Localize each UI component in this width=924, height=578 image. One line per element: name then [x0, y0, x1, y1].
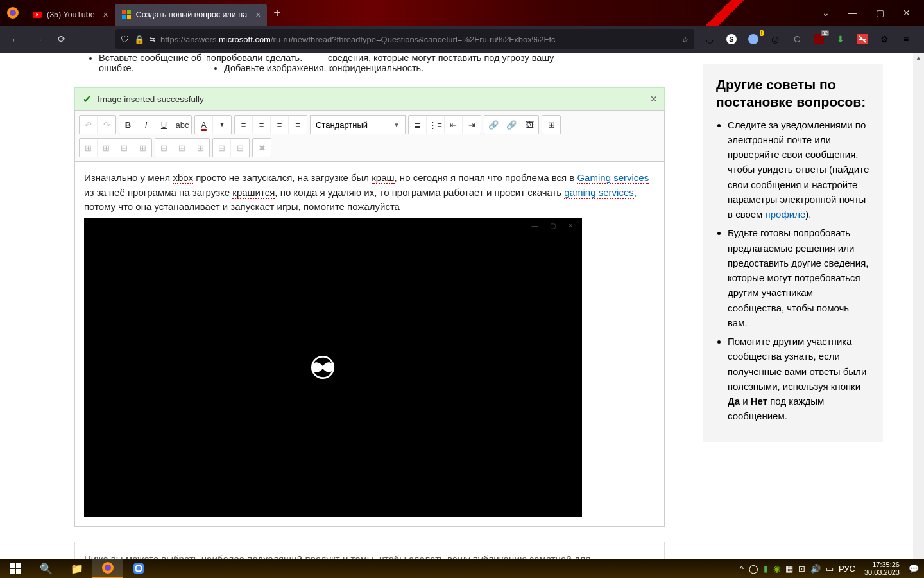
svg-text:S: S [729, 35, 733, 43]
editor-link[interactable]: Gaming services [577, 172, 649, 184]
table-col-button[interactable]: ⊞ [98, 139, 116, 157]
svg-point-9 [748, 34, 758, 44]
sidebar-tip: Будьте готовы попробовать предлагаемые р… [728, 225, 870, 330]
extension-icon[interactable]: ◎ [769, 33, 782, 46]
table-delete-button[interactable]: ⊞ [191, 139, 209, 157]
lock-icon[interactable]: 🔒 [134, 35, 144, 44]
forward-button: → [28, 29, 49, 49]
link-button[interactable]: 🔗 [484, 116, 502, 134]
underline-button[interactable]: U [155, 116, 173, 134]
spell-error: краш [372, 172, 394, 184]
tray-icon[interactable]: ▭ [826, 564, 834, 574]
tray-icon[interactable]: ⊡ [798, 564, 805, 574]
editor-link[interactable]: gaming services [564, 187, 633, 199]
redo-button[interactable]: ↷ [98, 116, 116, 134]
embedded-screenshot[interactable]: — ▢ ✕ [84, 218, 582, 517]
text-color-button[interactable]: A [195, 116, 213, 134]
download-icon[interactable]: ⬇ [834, 33, 847, 46]
unordered-list-button[interactable]: ⋮≡ [427, 116, 445, 134]
paragraph-style-select[interactable]: Стандартный ▼ [310, 115, 406, 134]
outdent-button[interactable]: ⇤ [445, 116, 463, 134]
taskbar-clock[interactable]: 17:35:26 30.03.2023 [860, 561, 903, 576]
align-justify-button[interactable]: ≡ [289, 116, 307, 134]
indent-button[interactable]: ⇥ [463, 116, 481, 134]
table-cell-button[interactable]: ⊞ [116, 139, 133, 157]
align-left-button[interactable]: ≡ [235, 116, 253, 134]
extension-icon[interactable]: S [725, 33, 738, 46]
align-right-button[interactable]: ≡ [271, 116, 289, 134]
ordered-list-button[interactable]: ≣ [409, 116, 427, 134]
shield-icon[interactable]: 🛡 [121, 35, 129, 44]
italic-button[interactable]: I [137, 116, 155, 134]
tabs-dropdown-icon[interactable]: ⌄ [819, 8, 833, 18]
pocket-icon[interactable]: ◡ [703, 33, 716, 46]
back-button[interactable]: ← [5, 29, 26, 49]
table-row-button[interactable]: ⊞ [80, 139, 98, 157]
close-icon[interactable]: ✕ [650, 94, 658, 104]
maximize-icon[interactable]: ▢ [873, 8, 887, 18]
table-split-h-button[interactable]: ⊟ [213, 139, 231, 157]
svg-rect-3 [122, 10, 126, 14]
firefox-taskbar-icon[interactable] [92, 559, 123, 578]
tip-item: Вставьте сообщение об ошибке. [99, 53, 206, 73]
search-button[interactable]: 🔍 [31, 559, 62, 578]
tab-microsoft-answers[interactable]: Создать новый вопрос или на × [115, 4, 268, 26]
tray-expand-icon[interactable]: ^ [740, 564, 744, 574]
start-button[interactable] [0, 559, 31, 578]
close-icon[interactable]: ✕ [900, 8, 914, 18]
sidebar-tips: Другие советы по постановке вопросов: Сл… [703, 64, 883, 442]
permissions-icon[interactable]: ⇆ [150, 35, 155, 44]
titlebar-decoration-slash [674, 0, 776, 26]
table-insert-row-button[interactable]: ⊞ [155, 139, 173, 157]
extension-icon[interactable]: ! [747, 33, 760, 46]
language-indicator[interactable]: РУС [839, 564, 855, 574]
table-merge-button[interactable]: ⊞ [133, 139, 151, 157]
extensions-button[interactable]: ⚙ [878, 33, 891, 46]
table-insert-col-button[interactable]: ⊞ [173, 139, 191, 157]
minimize-icon[interactable]: — [846, 8, 860, 18]
alert-text: Image inserted successfully [98, 94, 204, 104]
close-icon[interactable]: × [255, 10, 261, 20]
align-center-button[interactable]: ≡ [253, 116, 271, 134]
reload-button[interactable]: ⟳ [51, 29, 72, 49]
scroll-up-icon[interactable]: ▲ [913, 53, 924, 64]
bookmark-icon[interactable]: ☆ [681, 35, 689, 44]
svg-rect-13 [10, 563, 15, 568]
volume-icon[interactable]: 🔊 [810, 564, 821, 574]
ublock-icon[interactable]: 32 [812, 33, 825, 46]
dropdown-icon[interactable]: ▼ [213, 116, 231, 134]
image-button[interactable]: 🖼 [520, 116, 538, 134]
unlink-button[interactable]: 🔗̸ [502, 116, 520, 134]
menu-button[interactable]: ≡ [900, 33, 912, 46]
extension-icon[interactable] [856, 33, 869, 46]
new-tab-button[interactable]: + [267, 6, 287, 21]
clear-format-button[interactable]: ✖ [253, 139, 271, 157]
address-bar[interactable]: 🛡 🔒 ⇆ https://answers.microsoft.com/ru-r… [116, 29, 694, 49]
nvidia-tray-icon[interactable]: ◉ [773, 564, 780, 574]
chrome-taskbar-icon[interactable] [123, 559, 154, 578]
table-button[interactable]: ⊞ [542, 116, 560, 134]
tab-youtube[interactable]: (35) YouTube × [26, 4, 115, 26]
file-explorer-icon[interactable]: 📁 [62, 559, 92, 578]
xbox-tray-icon[interactable]: ◯ [749, 564, 758, 574]
tray-icon[interactable]: ▮ [764, 564, 768, 574]
undo-button[interactable]: ↶ [80, 116, 98, 134]
notifications-icon[interactable]: 💬 [909, 564, 919, 574]
extension-icon[interactable]: C [791, 33, 803, 46]
tab-label: Создать новый вопрос или на [136, 10, 247, 19]
close-icon[interactable]: × [103, 10, 108, 20]
bold-button[interactable]: B [119, 116, 137, 134]
sidebar-tip: Следите за уведомлениями по электронной … [728, 118, 870, 222]
editor-text: , но когда я удаляю их, то программа раб… [275, 187, 564, 198]
sidebar-tip: Помогите другим участника сообщества узн… [728, 334, 870, 424]
editor-content[interactable]: Изначально у меня xbox просто не запуска… [74, 161, 665, 527]
url-text: https://answers.microsoft.com/ru-ru/newt… [160, 35, 676, 44]
table-split-v-button[interactable]: ⊟ [231, 139, 249, 157]
tray-icon[interactable]: ▦ [785, 564, 793, 574]
svg-rect-15 [10, 569, 15, 574]
firefox-icon[interactable] [0, 0, 26, 26]
vertical-scrollbar[interactable]: ▲ [913, 53, 924, 559]
strikethrough-button[interactable]: abc [173, 116, 191, 134]
editor-text: , но сегодня я понял что проблема вся в [395, 172, 578, 183]
profile-link[interactable]: профиле [766, 209, 806, 220]
